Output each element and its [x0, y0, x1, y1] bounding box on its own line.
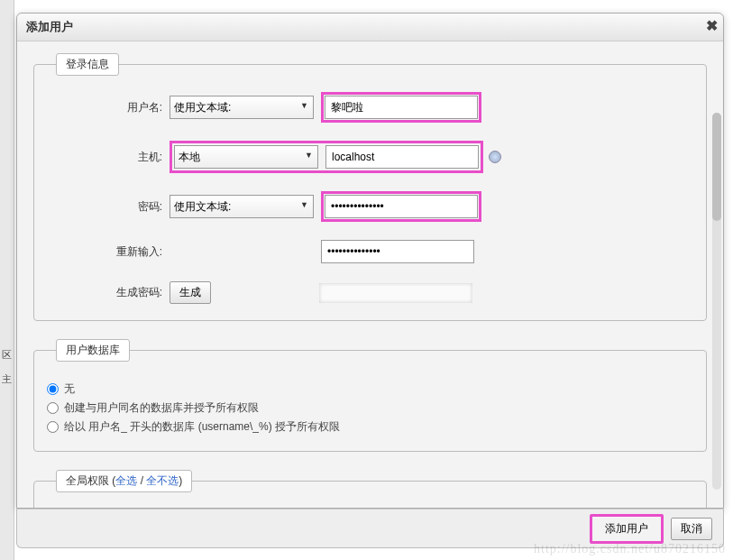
deselect-all-link[interactable]: 全不选: [146, 474, 179, 487]
user-database-fieldset: 用户数据库 无 创建与用户同名的数据库并授予所有权限 给以 用户名_ 开头的数据…: [33, 339, 707, 452]
dialog-titlebar: 添加用户 ✖: [17, 14, 723, 41]
password-label: 密码:: [47, 199, 170, 215]
login-info-fieldset: 登录信息 用户名: 使用文本域: 主机: 本地 密码: 使用文本域:: [33, 53, 707, 321]
global-priv-prefix: 全局权限 (: [66, 474, 115, 487]
host-input[interactable]: [325, 145, 479, 169]
db-option-none-radio[interactable]: [47, 383, 59, 395]
generate-password-button[interactable]: 生成: [170, 281, 211, 304]
help-icon[interactable]: [489, 151, 501, 163]
db-option-create-radio[interactable]: [47, 402, 59, 414]
username-input[interactable]: [325, 96, 478, 119]
db-option-none-label: 无: [64, 381, 75, 397]
db-option-grant-radio[interactable]: [47, 421, 59, 433]
watermark-text: http://blog.csdn.net/u870216150: [534, 542, 726, 556]
global-priv-suffix: ): [179, 474, 182, 487]
username-label: 用户名:: [47, 100, 170, 115]
add-user-button[interactable]: 添加用户: [590, 514, 664, 544]
generated-password-display: [319, 283, 472, 303]
retype-label: 重新输入:: [47, 244, 170, 260]
username-mode-select[interactable]: 使用文本域:: [170, 96, 314, 119]
generate-label: 生成密码:: [47, 285, 170, 300]
add-user-dialog: 添加用户 ✖ 登录信息 用户名: 使用文本域: 主机: 本地 密码: 使用: [16, 13, 724, 509]
dialog-content: 登录信息 用户名: 使用文本域: 主机: 本地 密码: 使用文本域:: [17, 41, 723, 508]
host-mode-select[interactable]: 本地: [174, 145, 318, 169]
select-all-link[interactable]: 全选: [115, 474, 137, 487]
close-icon[interactable]: ✖: [706, 17, 718, 34]
global-privileges-legend: 全局权限 (全选 / 全不选): [56, 470, 192, 492]
scrollbar[interactable]: [712, 113, 721, 490]
retype-password-input[interactable]: [321, 240, 474, 263]
user-database-legend: 用户数据库: [56, 339, 130, 362]
cancel-button[interactable]: 取消: [671, 518, 712, 540]
login-info-legend: 登录信息: [56, 53, 119, 76]
dialog-title: 添加用户: [26, 20, 73, 33]
host-label: 主机:: [47, 150, 170, 165]
global-priv-sep: /: [137, 474, 146, 487]
db-option-create-label: 创建与用户同名的数据库并授予所有权限: [64, 400, 259, 416]
side-label-a: 区: [0, 343, 14, 367]
scrollbar-thumb[interactable]: [712, 113, 721, 221]
global-privileges-fieldset: 全局权限 (全选 / 全不选): [33, 470, 707, 508]
db-option-grant-label: 给以 用户名_ 开头的数据库 (username\_%) 授予所有权限: [64, 419, 340, 435]
password-input[interactable]: [325, 195, 478, 218]
side-label-b: 主: [0, 367, 14, 391]
password-mode-select[interactable]: 使用文本域:: [170, 195, 314, 218]
